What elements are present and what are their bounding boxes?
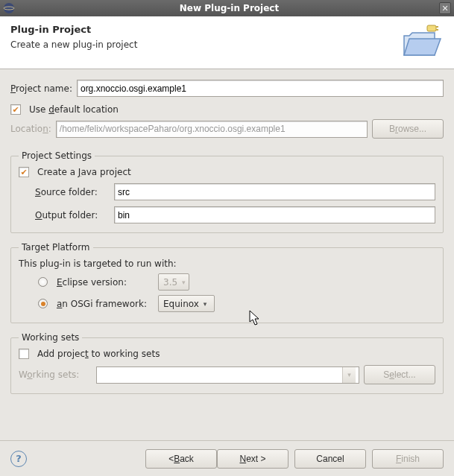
output-folder-label: Output folder:	[35, 210, 110, 220]
output-folder-input[interactable]	[114, 206, 435, 223]
window-title: New Plug-in Project	[19, 3, 439, 13]
osgi-framework-select[interactable]: Equinox ▾	[158, 295, 215, 312]
chevron-down-icon: ▾	[342, 367, 356, 383]
chevron-down-icon: ▾	[182, 279, 186, 286]
wizard-footer: ? < Back Next > Cancel Finish	[0, 440, 454, 476]
help-button[interactable]: ?	[10, 451, 27, 467]
osgi-framework-value: Equinox	[163, 299, 199, 309]
add-working-sets-label: Add project to working sets	[37, 349, 160, 359]
svg-rect-4	[436, 29, 438, 31]
cancel-button[interactable]: Cancel	[294, 449, 366, 469]
working-sets-group: Working sets Add project to working sets…	[10, 332, 444, 394]
use-default-location-checkbox[interactable]	[10, 104, 21, 115]
eclipse-version-select: 3.5 ▾	[158, 273, 189, 291]
next-button[interactable]: Next >	[217, 449, 289, 469]
plugin-folder-icon	[402, 24, 444, 58]
svg-rect-3	[436, 26, 438, 28]
use-default-location-label: Use default location	[29, 104, 119, 115]
svg-rect-2	[427, 25, 436, 31]
eclipse-version-radio[interactable]	[38, 277, 48, 287]
project-name-input[interactable]	[77, 80, 444, 97]
create-java-label: Create a Java project	[37, 167, 131, 177]
working-sets-legend: Working sets	[19, 332, 82, 343]
chevron-down-icon: ▾	[204, 300, 207, 308]
back-button[interactable]: < Back	[145, 449, 217, 469]
source-folder-label: Source folder:	[35, 187, 110, 197]
eclipse-icon	[3, 2, 15, 14]
add-working-sets-checkbox[interactable]	[19, 349, 29, 359]
create-java-checkbox[interactable]	[19, 167, 29, 177]
source-folder-input[interactable]	[114, 183, 435, 200]
target-platform-legend: Target Platform	[19, 242, 93, 253]
target-intro: This plug-in is targeted to run with:	[19, 258, 435, 269]
eclipse-version-label: Eclipse version:	[57, 277, 154, 288]
working-sets-combo: ▾	[96, 366, 359, 384]
eclipse-version-value: 3.5	[163, 277, 177, 288]
osgi-framework-radio[interactable]	[38, 299, 48, 308]
working-sets-list-label: Working sets:	[19, 369, 92, 380]
project-settings-group: Project Settings Create a Java project S…	[10, 150, 444, 233]
target-platform-group: Target Platform This plug-in is targeted…	[10, 242, 444, 323]
wizard-content: Project name: Use default location Locat…	[0, 69, 454, 409]
titlebar: New Plug-in Project ✕	[0, 0, 454, 16]
select-working-sets-button: Select...	[364, 365, 435, 384]
close-button[interactable]: ✕	[439, 2, 451, 14]
banner-heading: Plug-in Project	[10, 24, 137, 35]
project-settings-legend: Project Settings	[19, 150, 95, 161]
svg-point-0	[4, 3, 14, 13]
wizard-banner: Plug-in Project Create a new plug-in pro…	[0, 16, 454, 69]
browse-button: Browse...	[372, 119, 444, 139]
finish-button: Finish	[372, 449, 444, 469]
osgi-framework-label: an OSGi framework:	[57, 299, 154, 309]
location-input	[56, 121, 368, 138]
location-label: Location:	[10, 124, 51, 134]
banner-subtext: Create a new plug-in project	[10, 39, 137, 50]
project-name-label: Project name:	[10, 83, 72, 94]
